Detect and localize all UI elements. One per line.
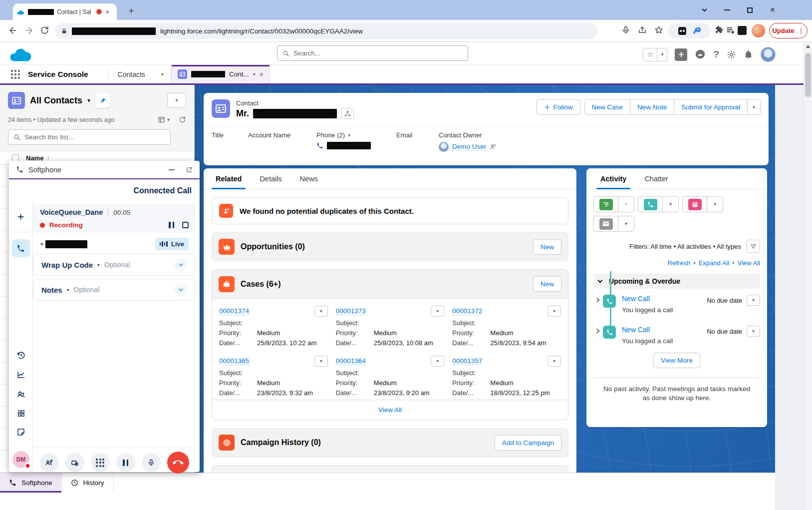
chevron-down-icon[interactable]: [174, 283, 187, 296]
new-call-plus-icon[interactable]: +: [17, 211, 24, 223]
update-button[interactable]: Update ⋮: [769, 23, 808, 38]
global-actions-icon[interactable]: +: [675, 48, 687, 61]
cases-new-button[interactable]: New: [533, 276, 561, 292]
reading-list-icon[interactable]: [726, 25, 735, 35]
window-maximize-icon[interactable]: [739, 0, 760, 20]
cases-view-all-link[interactable]: View All: [378, 406, 402, 414]
case-link[interactable]: 00001364: [336, 357, 366, 365]
user-avatar[interactable]: [761, 47, 776, 62]
expand-item-icon[interactable]: [595, 298, 600, 303]
activity-title-link[interactable]: New Call: [622, 295, 673, 303]
select-all-checkbox[interactable]: [12, 154, 19, 161]
app-launcher-icon[interactable]: [11, 70, 20, 79]
new-tab-button[interactable]: +: [125, 4, 138, 17]
refresh-link[interactable]: Refresh: [668, 259, 691, 267]
history-icon[interactable]: [16, 351, 26, 360]
setup-gear-icon[interactable]: [727, 50, 736, 59]
browser-tab[interactable]: Contact | Sal ×: [13, 3, 117, 20]
scrollbar-thumb[interactable]: [805, 53, 811, 97]
upcoming-overdue-section[interactable]: Upcoming & Overdue: [593, 274, 760, 289]
case-link[interactable]: 00001365: [219, 357, 249, 365]
forward-device-icon[interactable]: [65, 453, 84, 472]
trailhead-icon[interactable]: [695, 49, 706, 60]
email-group[interactable]: ▾: [593, 216, 634, 232]
transfer-call-icon[interactable]: [40, 453, 59, 472]
activity-item-dropdown[interactable]: ▾: [747, 326, 760, 337]
view-all-link[interactable]: View All: [738, 259, 760, 267]
tab-details[interactable]: Details: [251, 168, 290, 189]
email-dropdown-icon[interactable]: ▾: [618, 216, 634, 231]
activity-item-dropdown[interactable]: ▾: [747, 295, 760, 306]
bookmark-star-icon[interactable]: [654, 25, 663, 34]
submit-for-approval-button[interactable]: Submit for Approval: [674, 100, 747, 114]
cases-title[interactable]: Cases (6+): [241, 280, 281, 289]
campaign-title[interactable]: Campaign History (0): [241, 438, 321, 447]
phone-caret-icon[interactable]: ▾: [348, 133, 350, 138]
back-icon[interactable]: [8, 25, 18, 35]
log-call-icon[interactable]: [644, 199, 657, 210]
task-dropdown-icon[interactable]: ▾: [618, 197, 634, 212]
notes-section[interactable]: Notes • Optional: [33, 279, 196, 301]
activity-title-link[interactable]: New Call: [622, 326, 673, 334]
url-field[interactable]: lightning.force.com/lightning/r/Contact/…: [55, 23, 598, 39]
case-link[interactable]: 00001372: [452, 307, 482, 315]
minimize-icon[interactable]: [169, 169, 175, 170]
list-view-caret-icon[interactable]: ▾: [87, 97, 90, 103]
notifications-bell-icon[interactable]: [744, 50, 753, 59]
activity-filter-gear-icon[interactable]: [746, 240, 760, 253]
global-search-input[interactable]: [293, 49, 463, 57]
email-icon[interactable]: [599, 218, 613, 230]
favorites-caret-icon[interactable]: ▾: [657, 48, 667, 61]
tab-activity[interactable]: Activity: [591, 168, 635, 189]
share-icon[interactable]: [638, 25, 647, 34]
notes-icon[interactable]: [16, 428, 25, 437]
case-row-dropdown[interactable]: ▾: [431, 356, 444, 367]
end-call-button[interactable]: [167, 452, 189, 474]
global-search[interactable]: [277, 45, 468, 61]
event-dropdown-icon[interactable]: ▾: [707, 197, 723, 212]
tab-news[interactable]: News: [291, 168, 327, 189]
scroll-up-icon[interactable]: [806, 45, 810, 48]
case-row-dropdown[interactable]: ▾: [431, 306, 444, 317]
case-row-dropdown[interactable]: ▾: [314, 356, 328, 367]
mic-permission-icon[interactable]: [621, 25, 630, 34]
new-event-group[interactable]: ▾: [682, 196, 723, 212]
side-panel-icon[interactable]: [738, 26, 747, 35]
case-link[interactable]: 00001374: [219, 307, 249, 315]
dialpad-icon[interactable]: [91, 453, 110, 472]
new-case-button[interactable]: New Case: [585, 100, 630, 114]
change-owner-icon[interactable]: [490, 143, 497, 150]
nav-tab-caret-icon[interactable]: ▾: [154, 65, 171, 83]
new-note-button[interactable]: New Note: [630, 100, 674, 114]
utility-tab-softphone[interactable]: Softphone: [0, 473, 62, 493]
case-link[interactable]: 00001373: [336, 307, 366, 315]
expand-all-link[interactable]: Expand All: [699, 259, 729, 267]
apps-grid-icon[interactable]: [17, 409, 25, 418]
pin-icon[interactable]: [95, 93, 110, 108]
reload-icon[interactable]: [40, 25, 49, 35]
chevron-down-icon[interactable]: [174, 258, 187, 271]
utility-tab-history[interactable]: History: [62, 473, 114, 493]
list-search-input[interactable]: [24, 133, 165, 141]
stop-recording-icon[interactable]: [182, 222, 189, 228]
display-as-icon[interactable]: ▾: [158, 116, 170, 123]
popout-icon[interactable]: [186, 166, 193, 173]
new-task-group[interactable]: ▾: [593, 196, 634, 212]
subtab-close-icon[interactable]: ×: [260, 70, 264, 78]
help-icon[interactable]: ?: [713, 49, 719, 60]
page-scrollbar[interactable]: [804, 42, 812, 510]
log-call-group[interactable]: ▾: [638, 196, 679, 212]
hold-call-icon[interactable]: [116, 453, 135, 472]
favorites-star-icon[interactable]: ☆: [643, 48, 657, 61]
case-row-dropdown[interactable]: ▾: [547, 356, 561, 367]
refresh-icon[interactable]: [179, 116, 186, 123]
case-link[interactable]: 00001357: [452, 357, 482, 365]
extensions-puzzle-icon[interactable]: [715, 25, 724, 34]
analytics-icon[interactable]: [16, 370, 26, 380]
opportunities-new-button[interactable]: New: [533, 239, 561, 255]
new-event-icon[interactable]: [688, 199, 702, 210]
follow-button[interactable]: Follow: [537, 99, 580, 115]
window-minimize-icon[interactable]: [717, 0, 738, 20]
browser-menu-icon[interactable]: ⋮: [798, 27, 805, 34]
wrap-up-code-section[interactable]: Wrap Up Code • Optional: [33, 254, 196, 276]
